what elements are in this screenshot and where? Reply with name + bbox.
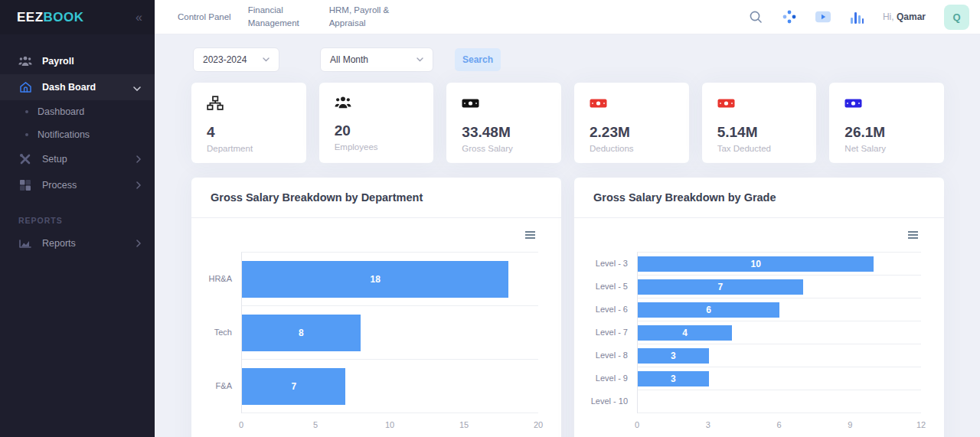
sidebar-item-dashboard-parent[interactable]: Dash Board — [0, 74, 155, 100]
app-screen: EEZBOOK « Payroll Dash Board — [0, 0, 980, 437]
stats-row: 4 Department 20 Employees 33.48M Gross S… — [191, 83, 944, 163]
logo-accent: BOOK — [44, 10, 84, 24]
money-bill-icon — [844, 100, 862, 113]
play-icon[interactable] — [815, 9, 831, 24]
chart-row: 4 — [638, 321, 921, 344]
chart-x-axis: 05101520 — [241, 413, 538, 433]
bullet-icon — [25, 110, 28, 113]
category-label: HR&A — [203, 252, 241, 305]
bar-level---9[interactable]: 3 — [638, 371, 709, 386]
stat-value: 4 — [207, 124, 291, 141]
stat-label: Deductions — [590, 144, 674, 153]
money-bill-icon — [462, 100, 479, 113]
charts-row: Gross Salary Breakdown by Department HR&… — [191, 178, 944, 437]
sidebar-item-setup[interactable]: Setup — [0, 146, 155, 172]
category-label: Level - 8 — [586, 344, 637, 367]
chevron-right-icon — [136, 178, 141, 192]
bar-tech[interactable]: 8 — [242, 315, 361, 351]
chart-row: 8 — [242, 306, 538, 360]
sidebar-collapse-icon[interactable]: « — [136, 11, 142, 24]
month-select-value: All Month — [330, 54, 368, 65]
bar-level---6[interactable]: 6 — [638, 302, 779, 318]
nav-financial-management[interactable]: Financial Management — [248, 4, 312, 29]
sidebar-menu: Payroll Dash Board Dashboard Notificatio… — [0, 34, 155, 256]
sidebar-section-reports: REPORTS — [0, 210, 155, 230]
users-icon — [18, 54, 32, 68]
chart-row: 6 — [638, 298, 921, 321]
bar-value-label: 4 — [682, 328, 688, 338]
category-label: Level - 10 — [586, 390, 637, 413]
chart-category-labels: Level - 3Level - 5Level - 6Level - 7Leve… — [586, 252, 637, 433]
month-select[interactable]: All Month — [320, 47, 433, 72]
bar-value-label: 6 — [706, 305, 711, 315]
sidebar-subitem-notifications[interactable]: Notifications — [0, 123, 155, 146]
bar-value-label: 7 — [718, 282, 724, 292]
chart-category-labels: HR&ATechF&A — [203, 252, 241, 433]
stat-value: 20 — [335, 122, 419, 139]
stat-value: 26.1M — [844, 124, 929, 141]
bar-level---7[interactable]: 4 — [638, 325, 732, 341]
chart-card-department: Gross Salary Breakdown by Department HR&… — [191, 178, 561, 437]
app-logo[interactable]: EEZBOOK — [17, 10, 84, 25]
apps-icon[interactable] — [782, 9, 797, 24]
x-tick-label: 3 — [706, 420, 710, 429]
sidebar-subitem-label: Notifications — [38, 129, 90, 140]
stat-card-gross-salary: 33.48M Gross Salary — [446, 83, 561, 163]
chart-x-axis: 036912 — [637, 413, 921, 433]
category-label: Tech — [203, 305, 241, 359]
x-tick-label: 15 — [459, 420, 469, 429]
sidebar-subitem-label: Dashboard — [38, 106, 84, 117]
sidebar: EEZBOOK « Payroll Dash Board — [0, 0, 155, 437]
bar-f&a[interactable]: 7 — [242, 368, 345, 405]
chart-menu-icon[interactable] — [522, 228, 538, 242]
bar-value-label: 3 — [671, 373, 676, 384]
chart-row: 3 — [638, 344, 921, 367]
bar-value-label: 8 — [299, 328, 304, 338]
nav-hrm-payroll-appraisal[interactable]: HRM, Payroll & Appraisal — [329, 4, 394, 29]
bar-hr&a[interactable]: 18 — [242, 261, 508, 298]
stat-label: Department — [207, 144, 291, 153]
nav-control-panel[interactable]: Control Panel — [178, 11, 231, 24]
users-icon — [335, 99, 351, 112]
chart-plot: 1887 — [241, 252, 538, 413]
chart-title: Gross Salary Breakdown by Grade — [593, 191, 776, 204]
sidebar-item-process[interactable]: Process — [0, 172, 155, 198]
money-bill-icon — [717, 100, 735, 113]
year-select[interactable]: 2023-2024 — [193, 47, 279, 72]
sidebar-item-reports[interactable]: Reports — [0, 230, 155, 256]
x-tick-label: 0 — [239, 420, 243, 429]
bar-level---8[interactable]: 3 — [638, 348, 709, 364]
stat-card-employees: 20 Employees — [319, 83, 434, 163]
x-tick-label: 0 — [635, 420, 639, 429]
chart-body: Level - 3Level - 5Level - 6Level - 7Leve… — [574, 252, 944, 433]
chart-body: HR&ATechF&A 1887 05101520 — [191, 252, 561, 433]
topbar-actions: Hi, Qamar Q — [748, 5, 969, 30]
bar-chart-icon[interactable] — [849, 9, 864, 24]
x-tick-label: 12 — [916, 420, 926, 429]
x-tick-label: 20 — [534, 420, 543, 429]
chart-row: 7 — [638, 276, 921, 298]
bar-value-label: 10 — [750, 259, 760, 269]
x-tick-label: 9 — [848, 420, 852, 429]
sidebar-item-label: Reports — [42, 238, 136, 249]
category-label: Level - 9 — [586, 367, 637, 390]
avatar[interactable]: Q — [944, 5, 969, 30]
x-tick-label: 5 — [313, 420, 318, 429]
chart-menu-icon[interactable] — [905, 228, 921, 242]
stat-value: 2.23M — [590, 124, 674, 141]
chevron-down-icon — [133, 80, 141, 94]
search-icon[interactable] — [748, 9, 763, 24]
sidebar-subitem-dashboard[interactable]: Dashboard — [0, 100, 155, 123]
sidebar-item-label: Payroll — [42, 56, 141, 67]
user-greeting: Hi, Qamar — [883, 11, 926, 22]
stat-card-department: 4 Department — [191, 83, 306, 163]
bar-level---3[interactable]: 10 — [638, 256, 874, 272]
bar-value-label: 3 — [671, 351, 676, 361]
chart-card-grade: Gross Salary Breakdown by Grade Level - … — [574, 178, 944, 437]
search-button[interactable]: Search — [455, 48, 501, 71]
sidebar-item-payroll[interactable]: Payroll — [0, 48, 155, 74]
logo-bar: EEZBOOK « — [0, 0, 155, 34]
chevron-down-icon — [263, 57, 270, 62]
bar-level---5[interactable]: 7 — [638, 279, 803, 295]
tools-icon — [18, 152, 32, 166]
